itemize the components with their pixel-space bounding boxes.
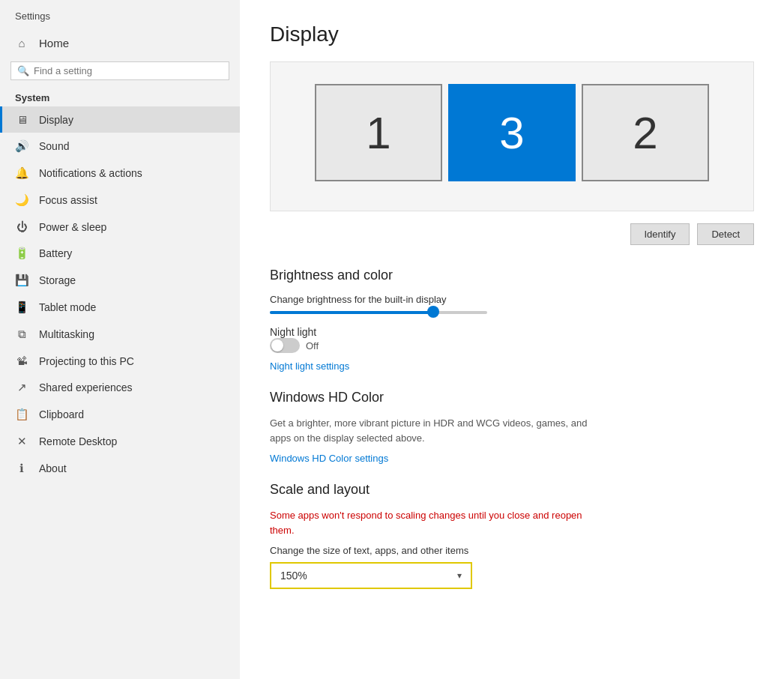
sidebar-item-label-notifications: Notifications & actions [39, 167, 142, 179]
sidebar-item-label-multitasking: Multitasking [39, 328, 94, 340]
sidebar-item-label-shared: Shared experiences [39, 381, 133, 393]
scale-value: 150% [280, 570, 307, 582]
sidebar-item-display[interactable]: 🖥Display [0, 106, 240, 133]
brightness-slider-thumb[interactable] [427, 306, 439, 318]
toggle-knob [271, 340, 283, 351]
monitor-boxes: 132 [313, 84, 711, 181]
monitor-3[interactable]: 3 [448, 84, 576, 181]
page-title: Display [270, 22, 754, 46]
remote-icon: ✕ [15, 435, 28, 448]
about-icon: ℹ [15, 462, 28, 475]
search-icon: 🔍 [17, 65, 29, 76]
night-light-row: Off [270, 338, 754, 353]
power-icon: ⏻ [15, 220, 28, 233]
projecting-icon: 📽 [15, 354, 28, 367]
brightness-section: Brightness and color Change brightness f… [270, 268, 754, 314]
search-input[interactable] [34, 65, 223, 76]
sidebar-item-label-power: Power & sleep [39, 221, 106, 233]
night-light-state: Off [306, 340, 319, 351]
night-light-section: Night light Off [270, 326, 754, 353]
sidebar-item-label-remote: Remote Desktop [39, 435, 117, 447]
nav-items: 🖥Display🔊Sound🔔Notifications & actions🌙F… [0, 106, 240, 482]
scale-warning: Some apps won't respond to scaling chang… [270, 508, 607, 537]
hd-color-settings-link[interactable]: Windows HD Color settings [270, 453, 754, 464]
sound-icon: 🔊 [15, 139, 28, 153]
sidebar-item-label-about: About [39, 462, 67, 474]
focus-icon: 🌙 [15, 193, 28, 207]
main-content: Display 132 Identify Detect Brightness a… [240, 0, 784, 679]
monitor-area: 132 [270, 61, 754, 211]
hd-color-description: Get a brighter, more vibrant picture in … [270, 416, 592, 445]
sidebar-item-projecting[interactable]: 📽Projecting to this PC [0, 348, 240, 374]
notifications-icon: 🔔 [15, 166, 28, 180]
sidebar-item-label-battery: Battery [39, 247, 72, 259]
identify-button[interactable]: Identify [630, 223, 690, 245]
monitor-1[interactable]: 1 [315, 84, 442, 181]
sidebar-item-about[interactable]: ℹAbout [0, 455, 240, 482]
sidebar-item-label-tablet: Tablet mode [39, 301, 96, 313]
sidebar-item-clipboard[interactable]: 📋Clipboard [0, 401, 240, 428]
storage-icon: 💾 [15, 274, 28, 287]
sidebar-item-shared[interactable]: ↗Shared experiences [0, 374, 240, 401]
home-label: Home [39, 37, 69, 49]
scale-layout-section: Scale and layout Some apps won't respond… [270, 482, 754, 589]
sidebar-item-label-projecting: Projecting to this PC [39, 355, 134, 367]
night-light-label: Night light [270, 326, 745, 338]
brightness-label: Change brightness for the built-in displ… [270, 294, 754, 305]
search-box[interactable]: 🔍 [10, 61, 229, 80]
sidebar-item-label-storage: Storage [39, 274, 76, 286]
sidebar-item-notifications[interactable]: 🔔Notifications & actions [0, 160, 240, 187]
sidebar-item-label-display: Display [39, 114, 73, 126]
display-icon: 🖥 [15, 113, 28, 126]
system-label: System [0, 88, 240, 106]
night-light-toggle[interactable] [270, 338, 300, 353]
brightness-slider-fill [270, 311, 433, 314]
sidebar-item-multitasking[interactable]: ⧉Multitasking [0, 321, 240, 348]
sidebar-item-sound[interactable]: 🔊Sound [0, 133, 240, 160]
sidebar-item-remote[interactable]: ✕Remote Desktop [0, 428, 240, 455]
sidebar-item-home[interactable]: ⌂ Home [0, 29, 240, 57]
home-icon: ⌂ [15, 37, 28, 49]
brightness-slider-row [270, 311, 754, 314]
detect-button[interactable]: Detect [697, 223, 754, 245]
sidebar-item-label-sound: Sound [39, 140, 69, 152]
night-light-settings-link[interactable]: Night light settings [270, 360, 754, 372]
brightness-section-title: Brightness and color [270, 268, 754, 283]
scale-dropdown[interactable]: 150% ▾ [270, 562, 472, 589]
hd-color-section: Windows HD Color Get a brighter, more vi… [270, 390, 754, 464]
monitor-2[interactable]: 2 [582, 84, 709, 181]
brightness-slider-track[interactable] [270, 311, 487, 314]
sidebar-item-battery[interactable]: 🔋Battery [0, 240, 240, 267]
shared-icon: ↗ [15, 381, 28, 394]
scale-size-label: Change the size of text, apps, and other… [270, 545, 754, 556]
chevron-down-icon: ▾ [457, 570, 462, 581]
battery-icon: 🔋 [15, 247, 28, 260]
sidebar-item-focus[interactable]: 🌙Focus assist [0, 187, 240, 214]
sidebar: Settings ⌂ Home 🔍 System 🖥Display🔊Sound🔔… [0, 0, 240, 679]
sidebar-item-storage[interactable]: 💾Storage [0, 267, 240, 294]
app-title: Settings [0, 0, 240, 29]
scale-layout-title: Scale and layout [270, 482, 754, 498]
hd-color-title: Windows HD Color [270, 390, 754, 405]
sidebar-item-label-clipboard: Clipboard [39, 408, 84, 420]
sidebar-item-power[interactable]: ⏻Power & sleep [0, 214, 240, 240]
monitor-buttons: Identify Detect [270, 223, 754, 245]
tablet-icon: 📱 [15, 301, 28, 314]
multitasking-icon: ⧉ [15, 328, 28, 341]
clipboard-icon: 📋 [15, 408, 28, 421]
sidebar-item-label-focus: Focus assist [39, 194, 97, 206]
sidebar-item-tablet[interactable]: 📱Tablet mode [0, 294, 240, 321]
